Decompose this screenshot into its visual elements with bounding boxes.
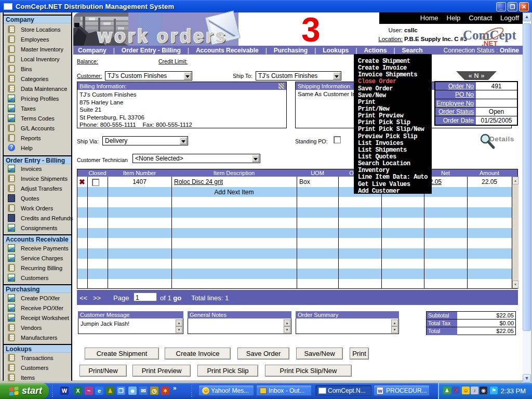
svg-text:Details: Details <box>489 135 514 143</box>
